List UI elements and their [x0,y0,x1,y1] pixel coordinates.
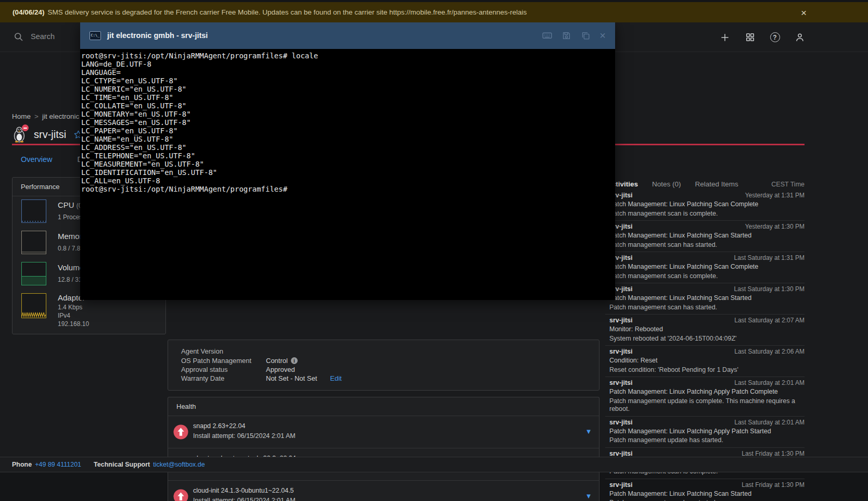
terminal-line: root@srv-jitsi:/opt/NinjaRMMAgent/progra… [81,185,615,193]
activity-item[interactable]: srv-jitsi Last Saturday at 2:07 AM Monit… [605,315,805,346]
terminal-line: LC_MESSAGES="en_US.UTF-8" [81,118,615,127]
support-email-link[interactable]: ticket@softbox.de [153,461,205,468]
device-title-row: srv-jitsi [12,125,83,144]
activities-tabs: Activities Notes (0) Related Items CEST … [607,180,805,188]
activity-item[interactable]: srv-jitsi Last Saturday at 2:01 AM Patch… [605,417,805,448]
volumes-gauge [21,262,46,285]
activity-timestamp: Last Saturday at 2:01 AM [734,379,805,386]
chevron-down-icon[interactable]: ▼ [586,429,591,434]
device-name: srv-jitsi [34,129,66,141]
health-item[interactable]: snapd 2.63+22.04 Install attempt: 06/15/… [168,416,599,448]
activity-title: Patch Management: Linux Patching Apply P… [609,388,805,396]
detail-label: Warranty Date [181,374,266,383]
tab-notes[interactable]: Notes (0) [652,180,681,188]
banner-close-icon[interactable]: × [801,7,807,17]
detail-value: Not Set - Not Set [266,374,317,383]
virtual-keyboard-icon[interactable] [542,30,553,41]
detail-row-os-patch-management: OS Patch Management Controli [181,356,298,365]
activity-description: Patch management scan has started. [609,241,805,249]
activity-device-name: srv-jitsi [609,317,632,324]
health-panel-title: Health [168,397,599,416]
health-panel: Health snapd 2.63+22.04 Install attempt:… [168,397,599,501]
terminal-line: LC_CTYPE="en_US.UTF-8" [81,77,615,85]
info-icon[interactable]: i [291,357,298,364]
detail-label: OS Patch Management [181,356,266,365]
terminal-line: LC_TELEPHONE="en_US.UTF-8" [81,152,615,160]
alert-message: SMS delivery service is degraded for the… [48,8,527,16]
activity-description: Patch management update is complete. Thi… [609,397,805,414]
activity-item[interactable]: srv-jitsi Last Saturday at 2:06 AM Condi… [605,346,805,377]
activity-description: System rebooted at '2024-06-15T00:04:09Z… [609,335,805,343]
save-icon[interactable] [561,30,572,41]
terminal-line: root@srv-jitsi:/opt/NinjaRMMAgent/progra… [81,52,615,60]
apps-grid-icon[interactable] [744,32,756,43]
help-icon[interactable]: ? [769,32,781,43]
activity-description: Patch management scan has started. [609,304,805,312]
update-available-icon [173,424,188,440]
detail-value: Approved [266,365,295,374]
activity-description: Patch management scan is complete. [609,210,805,218]
activity-title: Patch Management: Linux Patching Scan Co… [609,201,805,209]
terminal-actions: × [542,30,606,41]
activity-timestamp: Last Friday at 1:30 PM [742,481,805,489]
health-install-attempt: Install attempt: 06/15/2024 2:01 AM [193,432,591,440]
activity-item[interactable]: srv-jitsi Last Saturday at 2:01 AM Patch… [605,377,805,417]
activity-item[interactable]: srv-jitsi Last Saturday at 1:31 PM Patch… [605,252,805,283]
terminal-body[interactable]: root@srv-jitsi:/opt/NinjaRMMAgent/progra… [80,49,615,300]
terminal-line: LC_ADDRESS="en_US.UTF-8" [81,143,615,152]
health-package-name: snapd 2.63+22.04 [193,422,591,430]
timezone-label: CEST Time [771,181,805,188]
add-icon[interactable] [719,32,731,43]
cpu-label: CPU [58,201,74,209]
activity-timestamp: Yesterday at 1:31 PM [745,192,805,199]
terminal-line: LC_ALL=en_US.UTF-8 [81,177,615,185]
activity-item[interactable]: srv-jitsi Yesterday at 1:30 PM Patch Man… [605,221,805,252]
activity-description: Patch management scan is complete. [609,272,805,281]
detail-row-agent-version: Agent Version [181,347,266,356]
activity-device-name: srv-jitsi [609,450,632,457]
phone-label: Phone [12,461,32,468]
device-status-badge [22,124,29,131]
tab-related-items[interactable]: Related Items [695,180,738,188]
terminal-line: LC_TIME="en_US.UTF-8" [81,93,615,102]
alert-date: (04/06/24) [12,8,45,16]
activity-device-name: srv-jitsi [609,348,632,355]
support-label: Technical Support [94,461,150,468]
breadcrumb-home[interactable]: Home [12,112,31,120]
copy-icon[interactable] [580,30,591,41]
activity-item[interactable]: srv-jitsi Yesterday at 1:31 PM Patch Man… [605,190,805,221]
terminal-titlebar[interactable]: C:\_ jit electronic gmbh - srv-jitsi × [80,22,615,49]
chevron-down-icon[interactable]: ▼ [586,493,591,499]
activity-timestamp: Last Friday at 1:30 PM [742,450,805,457]
activity-title: Patch Management: Linux Patching Scan St… [609,294,805,303]
tab-overview[interactable]: Overview [21,155,52,164]
topbar-icons: ? [719,22,806,52]
adapter-row[interactable]: Adapter 1.4 Kbps IPv4 192.168.10 [21,293,89,328]
terminal-line: LC_PAPER="en_US.UTF-8" [81,127,615,135]
phone-link[interactable]: +49 89 4111201 [35,461,81,468]
terminal-line: LC_NUMERIC="en_US.UTF-8" [81,85,615,93]
detail-row-warranty-date: Warranty Date Not Set - Not Set Edit [181,374,342,383]
detail-label: Approval status [181,365,266,374]
terminal-close-icon[interactable]: × [599,30,606,41]
terminal-line: LC_NAME="en_US.UTF-8" [81,135,615,143]
terminal-line: LC_COLLATE="en_US.UTF-8" [81,102,615,110]
detail-row-approval-status: Approval status Approved [181,365,295,374]
activity-title: Patch Management: Linux Patching Apply P… [609,428,805,436]
terminal-line: LC_IDENTIFICATION="en_US.UTF-8" [81,168,615,177]
user-icon[interactable] [794,32,806,43]
health-item[interactable]: cloud-init 24.1.3-0ubuntu1~22.04.5 Insta… [168,481,599,501]
health-install-attempt: Install attempt: 06/15/2024 2:01 AM [193,497,591,501]
activity-timestamp: Last Saturday at 2:07 AM [734,317,805,324]
warranty-edit-link[interactable]: Edit [330,374,341,383]
activity-device-name: srv-jitsi [609,419,632,426]
activity-title: Condition: Reset [609,357,805,365]
activities-list: srv-jitsi Yesterday at 1:31 PM Patch Man… [605,190,805,501]
activity-item[interactable]: srv-jitsi Last Saturday at 1:30 PM Patch… [605,283,805,315]
health-package-name: cloud-init 24.1.3-0ubuntu1~22.04.5 [193,487,591,494]
activity-timestamp: Last Saturday at 2:01 AM [734,419,805,426]
activity-item[interactable]: srv-jitsi Last Friday at 1:30 PM Patch M… [605,479,805,501]
terminal-line: LANG=de_DE.UTF-8 [81,60,615,68]
activity-title: Patch Management: Linux Patching Scan St… [609,232,805,240]
adapter-ipv4-label: IPv4 [58,312,89,319]
